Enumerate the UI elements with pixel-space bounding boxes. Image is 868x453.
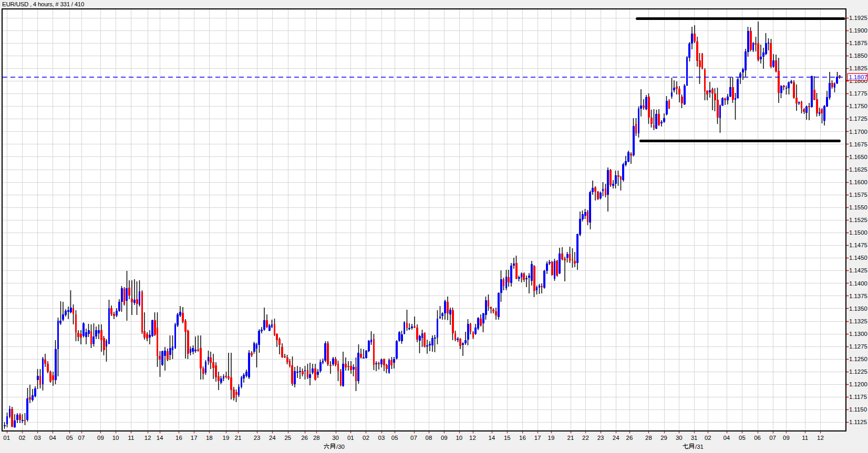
svg-text:1.1575: 1.1575: [849, 192, 867, 198]
svg-text:1.1925: 1.1925: [849, 15, 867, 21]
svg-text:1.1807: 1.1807: [849, 74, 867, 80]
svg-text:24: 24: [613, 435, 619, 441]
svg-text:02: 02: [19, 435, 26, 441]
svg-text:1.1650: 1.1650: [849, 154, 867, 160]
svg-text:1.1550: 1.1550: [849, 204, 867, 210]
svg-text:1.1700: 1.1700: [849, 129, 867, 135]
svg-text:23: 23: [254, 435, 261, 441]
svg-text:1.1175: 1.1175: [849, 394, 867, 400]
svg-text:1.1325: 1.1325: [849, 318, 867, 324]
svg-text:/31: /31: [695, 444, 704, 450]
svg-text:19: 19: [223, 435, 230, 441]
svg-text:1.1825: 1.1825: [849, 65, 867, 71]
svg-text:07: 07: [78, 435, 85, 441]
svg-text:1.1900: 1.1900: [849, 27, 867, 34]
svg-text:28: 28: [645, 435, 652, 441]
svg-text:03: 03: [378, 435, 385, 441]
svg-text:28: 28: [313, 435, 320, 441]
svg-text:26: 26: [301, 435, 308, 441]
svg-text:22: 22: [582, 435, 589, 441]
svg-text:10: 10: [456, 435, 462, 441]
svg-text:05: 05: [739, 435, 746, 441]
svg-text:07: 07: [410, 435, 417, 441]
svg-text:23: 23: [597, 435, 604, 441]
svg-text:1.1850: 1.1850: [849, 52, 867, 59]
svg-text:26: 26: [626, 435, 633, 441]
svg-text:17: 17: [534, 435, 541, 441]
svg-text:19: 19: [548, 435, 555, 441]
svg-text:17: 17: [191, 435, 198, 441]
svg-text:1.1625: 1.1625: [849, 166, 867, 173]
svg-text:1.1725: 1.1725: [849, 115, 867, 122]
svg-text:04: 04: [49, 435, 56, 441]
svg-text:11: 11: [802, 435, 808, 441]
svg-text:16: 16: [519, 435, 526, 441]
svg-text:31: 31: [691, 435, 698, 441]
svg-text:02: 02: [705, 435, 711, 441]
svg-text:07: 07: [769, 435, 776, 441]
svg-text:1.1375: 1.1375: [849, 293, 867, 299]
svg-text:1.1750: 1.1750: [849, 103, 867, 109]
svg-text:1.1300: 1.1300: [849, 331, 867, 337]
svg-text:1.1225: 1.1225: [849, 368, 867, 375]
svg-text:03: 03: [34, 435, 41, 441]
svg-text:EUR/USD , 4 hours, # 331 / 410: EUR/USD , 4 hours, # 331 / 410: [2, 1, 84, 7]
svg-text:1.1600: 1.1600: [849, 179, 867, 185]
svg-text:08: 08: [426, 435, 432, 441]
svg-text:24: 24: [269, 435, 276, 441]
svg-text:1.1875: 1.1875: [849, 40, 867, 46]
svg-text:1.1125: 1.1125: [849, 419, 867, 425]
svg-text:04: 04: [723, 435, 730, 441]
svg-text:1.1475: 1.1475: [849, 242, 867, 248]
svg-text:10: 10: [112, 435, 119, 441]
svg-text:05: 05: [391, 435, 398, 441]
svg-text:30: 30: [676, 435, 683, 441]
svg-text:01: 01: [3, 435, 10, 441]
svg-text:12: 12: [469, 435, 476, 441]
svg-text:29: 29: [660, 435, 667, 441]
svg-text:1.1675: 1.1675: [849, 141, 867, 148]
svg-text:02: 02: [363, 435, 369, 441]
svg-text:09: 09: [97, 435, 104, 441]
svg-text:1.1350: 1.1350: [849, 305, 867, 312]
svg-text:01: 01: [347, 435, 354, 441]
svg-text:06: 06: [754, 435, 761, 441]
svg-text:18: 18: [206, 435, 213, 441]
svg-text:25: 25: [284, 435, 291, 441]
svg-text:21: 21: [235, 435, 242, 441]
svg-text:1.1150: 1.1150: [849, 406, 867, 413]
svg-text:21: 21: [567, 435, 574, 441]
svg-text:05: 05: [66, 435, 73, 441]
svg-text:12: 12: [817, 435, 824, 441]
svg-text:16: 16: [175, 435, 182, 441]
svg-text:1.1450: 1.1450: [849, 255, 867, 261]
svg-text:1.1400: 1.1400: [849, 280, 867, 287]
svg-text:1.1425: 1.1425: [849, 267, 867, 273]
svg-text:11: 11: [128, 435, 134, 441]
svg-text:1.1200: 1.1200: [849, 381, 867, 387]
svg-text:1.1500: 1.1500: [849, 229, 867, 236]
svg-text:14: 14: [488, 435, 495, 441]
svg-text:15: 15: [504, 435, 511, 441]
svg-text:1.1775: 1.1775: [849, 90, 867, 97]
svg-text:09: 09: [441, 435, 448, 441]
svg-text:1.1250: 1.1250: [849, 356, 867, 362]
svg-text:1.1275: 1.1275: [849, 343, 867, 350]
svg-text:/30: /30: [336, 444, 345, 450]
svg-text:30: 30: [332, 435, 339, 441]
svg-text:09: 09: [783, 435, 790, 441]
svg-text:14: 14: [157, 435, 163, 441]
svg-text:12: 12: [144, 435, 151, 441]
svg-text:1.1525: 1.1525: [849, 217, 867, 223]
